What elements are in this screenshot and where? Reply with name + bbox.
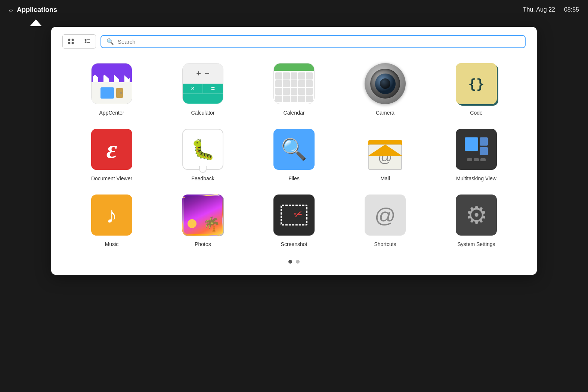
svg-rect-4 (85, 39, 87, 41)
app-item-feedback[interactable]: 🐛 Feedback (161, 127, 245, 181)
app-label-code: Code (470, 110, 482, 116)
app-label-document-viewer: Document Viewer (91, 175, 132, 181)
app-item-multitasking-view[interactable]: Multitasking View (434, 127, 518, 181)
list-view-button[interactable] (79, 35, 96, 48)
toolbar: 🔍 (62, 34, 526, 49)
app-icon-calculator: +− × = (180, 61, 225, 106)
feedback-icon: 🐛 (182, 129, 223, 170)
app-icon-code: {} (454, 61, 499, 106)
app-icon-multitasking-view (454, 127, 499, 172)
app-item-system-settings[interactable]: ⚙ System Settings (434, 193, 518, 247)
svg-rect-6 (85, 41, 87, 43)
docviewer-icon: ε (91, 129, 132, 170)
shortcuts-icon: @ (365, 195, 406, 236)
app-item-shortcuts[interactable]: @ Shortcuts (343, 193, 427, 247)
app-label-shortcuts: Shortcuts (374, 241, 396, 247)
app-label-photos: Photos (195, 241, 211, 247)
pagination (62, 260, 526, 264)
app-item-document-viewer[interactable]: ε Document Viewer (70, 127, 154, 181)
photos-icon: 🌴 (182, 195, 223, 236)
app-grid: AppCenter +− × = Calc (62, 57, 526, 251)
search-icon: 🔍 (106, 38, 114, 45)
svg-rect-3 (71, 42, 73, 44)
view-toggle (62, 34, 96, 49)
topbar-left: ⌕ Applications (9, 6, 523, 14)
app-label-music: Music (105, 241, 119, 247)
topbar-date: Thu, Aug 22 (523, 6, 555, 13)
appcenter-icon (91, 63, 132, 104)
music-icon: ♪ (91, 195, 132, 236)
app-icon-music: ♪ (89, 193, 134, 237)
app-item-camera[interactable]: Camera (343, 61, 427, 116)
topbar: ⌕ Applications Thu, Aug 22 08:55 (0, 0, 588, 19)
svg-rect-0 (68, 39, 70, 41)
launcher-panel: 🔍 AppCenter (51, 27, 537, 275)
app-item-photos[interactable]: 🌴 Photos (161, 193, 245, 247)
app-label-screenshot: Screenshot (281, 241, 307, 247)
app-icon-shortcuts: @ (363, 193, 408, 237)
app-item-appcenter[interactable]: AppCenter (70, 61, 154, 116)
app-label-files: Files (288, 175, 300, 181)
app-label-appcenter: AppCenter (99, 110, 124, 116)
app-icon-appcenter (89, 61, 134, 106)
pagination-dot-1[interactable] (288, 260, 292, 264)
app-item-calculator[interactable]: +− × = Calculator (161, 61, 245, 116)
app-icon-camera (363, 61, 408, 106)
multitask-icon (456, 129, 497, 170)
calculator-icon: +− × = (182, 63, 223, 104)
svg-rect-7 (87, 42, 90, 43)
app-icon-system-settings: ⚙ (454, 193, 499, 237)
app-label-feedback: Feedback (191, 175, 214, 181)
app-label-camera: Camera (376, 110, 394, 116)
app-icon-mail: @ (363, 127, 408, 172)
calendar-icon (273, 63, 315, 104)
topbar-time: 08:55 (564, 6, 579, 13)
app-item-screenshot[interactable]: ✂ Screenshot (252, 193, 336, 247)
screenshot-icon: ✂ (273, 195, 315, 236)
app-icon-document-viewer: ε (89, 127, 134, 172)
camera-icon (365, 63, 406, 104)
app-icon-screenshot: ✂ (272, 193, 316, 237)
files-icon: 🔍 (273, 129, 315, 170)
svg-rect-5 (87, 40, 90, 40)
app-label-mail: Mail (380, 175, 390, 181)
app-item-code[interactable]: {} Code (434, 61, 518, 116)
search-bar[interactable]: 🔍 (100, 35, 526, 48)
code-icon: {} (456, 63, 497, 104)
search-input[interactable] (118, 38, 520, 45)
grid-view-button[interactable] (63, 35, 79, 48)
app-icon-photos: 🌴 (180, 193, 225, 237)
app-icon-calendar (272, 61, 316, 106)
app-label-calendar: Calendar (284, 110, 305, 116)
app-item-files[interactable]: 🔍 Files (252, 127, 336, 181)
app-label-multitasking-view: Multitasking View (456, 175, 496, 181)
app-item-calendar[interactable]: Calendar (252, 61, 336, 116)
launcher-wrapper: 🔍 AppCenter (0, 19, 588, 392)
svg-rect-1 (71, 39, 73, 41)
mail-icon: @ (365, 129, 406, 170)
topbar-title: Applications (17, 6, 57, 14)
launcher-arrow (30, 19, 42, 26)
settings-icon: ⚙ (456, 195, 497, 236)
app-label-system-settings: System Settings (457, 241, 495, 247)
svg-rect-2 (68, 42, 70, 44)
topbar-right: Thu, Aug 22 08:55 (523, 6, 579, 13)
app-icon-feedback: 🐛 (180, 127, 225, 172)
topbar-search-icon: ⌕ (9, 6, 13, 14)
pagination-dot-2[interactable] (296, 260, 300, 264)
app-item-music[interactable]: ♪ Music (70, 193, 154, 247)
app-label-calculator: Calculator (191, 110, 214, 116)
app-item-mail[interactable]: @ Mail (343, 127, 427, 181)
app-icon-files: 🔍 (272, 127, 316, 172)
